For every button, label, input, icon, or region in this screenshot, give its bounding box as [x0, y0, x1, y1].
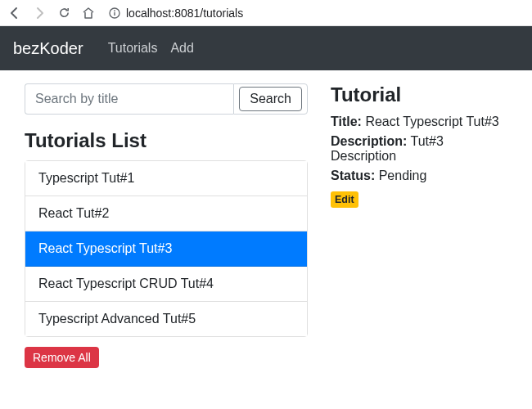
search-row: Search [25, 83, 308, 115]
back-icon[interactable] [5, 3, 25, 23]
home-icon[interactable] [79, 3, 98, 23]
tutorials-list: Typescript Tut#1React Tut#2React Typescr… [25, 160, 308, 337]
svg-point-1 [114, 10, 115, 11]
list-heading: Tutorials List [25, 129, 308, 152]
search-button-wrap: Search [233, 83, 308, 115]
list-item[interactable]: React Tut#2 [25, 196, 307, 231]
list-item[interactable]: Typescript Tut#1 [25, 161, 307, 196]
address-bar[interactable]: localhost:8081/tutorials [103, 7, 527, 20]
forward-icon[interactable] [29, 3, 49, 23]
list-item[interactable]: React Typescript CRUD Tut#4 [25, 267, 307, 302]
nav-link-tutorials[interactable]: Tutorials [108, 41, 158, 56]
search-button[interactable]: Search [239, 87, 302, 111]
right-column: Tutorial Title: React Typescript Tut#3 D… [331, 83, 507, 368]
url-text: localhost:8081/tutorials [126, 7, 243, 20]
detail-heading: Tutorial [331, 83, 507, 106]
content: Search Tutorials List Typescript Tut#1Re… [0, 70, 532, 381]
browser-toolbar: localhost:8081/tutorials [0, 0, 532, 26]
app-navbar: bezKoder Tutorials Add [0, 26, 532, 70]
reload-icon[interactable] [54, 3, 74, 23]
detail-title: Title: React Typescript Tut#3 [331, 115, 507, 129]
svg-rect-2 [114, 12, 115, 16]
detail-description: Description: Tut#3 Description [331, 134, 507, 164]
search-input[interactable] [25, 83, 233, 115]
list-item[interactable]: React Typescript Tut#3 [25, 231, 307, 267]
nav-link-add[interactable]: Add [170, 41, 193, 56]
brand[interactable]: bezKoder [13, 39, 83, 58]
left-column: Search Tutorials List Typescript Tut#1Re… [25, 83, 308, 368]
list-item[interactable]: Typescript Advanced Tut#5 [25, 302, 307, 336]
site-info-icon[interactable] [108, 7, 121, 20]
remove-all-button[interactable]: Remove All [25, 347, 99, 368]
detail-status: Status: Pending [331, 169, 507, 183]
edit-button[interactable]: Edit [331, 191, 358, 208]
